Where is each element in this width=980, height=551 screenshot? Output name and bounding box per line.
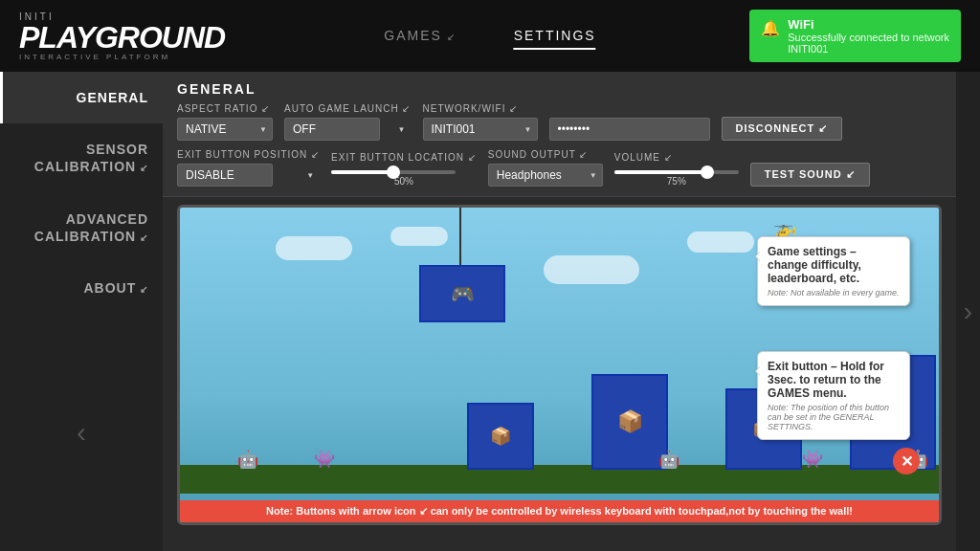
test-sound-group: TEST SOUND ↙ <box>750 148 870 187</box>
logo-area: INITI PLAYGROUND INTERACTIVE PLATFORM <box>19 11 225 61</box>
sidebar-nav-arrow: ‹ <box>77 416 86 449</box>
volume-thumb[interactable] <box>701 165 714 179</box>
wifi-badge: 🔔 WiFi Successfully connected to network… <box>749 10 961 62</box>
test-sound-button[interactable]: TEST SOUND ↙ <box>750 163 870 187</box>
exit-button-loc-group: EXIT BUTTON LOCATION ↙ 50% <box>331 152 477 187</box>
tooltip-game-settings: Game settings – change difficulty, leade… <box>757 236 910 306</box>
settings-section-title: GENERAL <box>177 81 256 97</box>
aspect-ratio-label: ASPECT RATIO ↙ <box>177 103 273 114</box>
wifi-connected-message: Successfully connected to network <box>788 32 949 43</box>
character-1: 🤖 <box>237 449 258 470</box>
password-group <box>549 103 710 141</box>
wifi-icon: 🔔 <box>761 19 780 37</box>
cloud-3 <box>544 255 639 284</box>
exit-button-loc-label: EXIT BUTTON LOCATION ↙ <box>331 152 477 163</box>
right-nav-arrow: › <box>964 297 972 327</box>
aspect-ratio-select[interactable]: NATIVE 4:3 16:9 <box>177 118 273 141</box>
nav-games[interactable]: GAMES ↙ <box>384 23 456 50</box>
game-scene: 🚁 🎮 📦 📦 📦 📦 📦 🤖 👾 🤖 👾 🤖 <box>180 208 939 522</box>
exit-button-pos-label: EXIT BUTTON POSITION ↙ <box>177 149 320 160</box>
header: INITI PLAYGROUND INTERACTIVE PLATFORM GA… <box>0 0 980 72</box>
main-layout: GENERAL SENSORCALIBRATION ↙ ADVANCEDCALI… <box>0 72 980 551</box>
nav-settings[interactable]: SETTINGS <box>514 23 596 50</box>
logo-playground: PLAYGROUND <box>19 22 225 53</box>
exit-button-pos-select-wrapper[interactable]: DISABLE TOP-LEFT TOP-RIGHT <box>177 164 320 187</box>
settings-bar: GENERAL ASPECT RATIO ↙ NATIVE 4:3 16:9 <box>163 72 956 197</box>
game-preview: 🚁 🎮 📦 📦 📦 📦 📦 🤖 👾 🤖 👾 🤖 <box>177 205 942 525</box>
hanging-crate: 🎮 <box>419 265 505 322</box>
aspect-ratio-group: ASPECT RATIO ↙ NATIVE 4:3 16:9 <box>177 103 273 141</box>
character-4: 👾 <box>802 449 823 470</box>
network-wifi-select-wrapper[interactable]: INITI001 <box>423 118 538 141</box>
logo-sub: INTERACTIVE PLATFORM <box>19 53 225 61</box>
tooltip-2-note: Note: The position of this button can be… <box>768 403 900 431</box>
sidebar: GENERAL SENSORCALIBRATION ↙ ADVANCEDCALI… <box>0 72 163 551</box>
tooltip-1-title: Game settings – change difficulty, leade… <box>768 245 900 285</box>
network-wifi-group: NETWORK/WIFI ↙ INITI001 <box>423 103 538 141</box>
note-bar: Note: Buttons with arrow icon ↙ can only… <box>180 500 939 522</box>
volume-track[interactable] <box>614 170 739 174</box>
volume-label: VOLUME ↙ <box>614 152 739 163</box>
close-button[interactable]: ✕ <box>893 448 920 474</box>
volume-slider: 75% <box>614 166 739 187</box>
network-wifi-select[interactable]: INITI001 <box>423 118 538 141</box>
cloud-2 <box>390 227 448 246</box>
auto-game-launch-select[interactable]: OFF ON <box>284 118 380 141</box>
right-nav-arrow-area: › <box>956 72 980 551</box>
tooltip-1-note: Note: Not available in every game. <box>768 288 900 298</box>
ground <box>180 465 939 494</box>
volume-group: VOLUME ↙ 75% <box>614 152 739 187</box>
content-area: GENERAL ASPECT RATIO ↙ NATIVE 4:3 16:9 <box>163 72 956 551</box>
exit-loc-thumb[interactable] <box>387 165 400 179</box>
tooltip-exit-button: Exit button – Hold for 3sec. to return t… <box>757 351 910 440</box>
wifi-network-name: INITI001 <box>788 43 949 55</box>
sound-output-select[interactable]: Headphones Speakers HDMI <box>488 164 603 187</box>
auto-game-launch-label: AUTO GAME LAUNCH ↙ <box>284 103 412 114</box>
settings-rows: ASPECT RATIO ↙ NATIVE 4:3 16:9 AUTO GAME… <box>177 102 942 187</box>
password-label <box>549 103 710 114</box>
auto-game-launch-group: AUTO GAME LAUNCH ↙ OFF ON <box>284 103 412 141</box>
tooltip-2-title: Exit button – Hold for 3sec. to return t… <box>768 360 900 400</box>
network-wifi-label: NETWORK/WIFI ↙ <box>423 103 538 114</box>
volume-fill <box>614 170 708 174</box>
cloud-4 <box>687 231 754 253</box>
exit-button-loc-slider: 50% <box>331 166 477 187</box>
sound-output-select-wrapper[interactable]: Headphones Speakers HDMI <box>488 164 603 187</box>
disconnect-group: DISCONNECT ↙ <box>722 102 843 141</box>
password-input[interactable] <box>549 118 710 141</box>
aspect-ratio-select-wrapper[interactable]: NATIVE 4:3 16:9 <box>177 118 273 141</box>
wifi-title: WiFi <box>788 17 949 32</box>
character-2: 👾 <box>314 449 335 470</box>
sidebar-item-general[interactable]: GENERAL <box>0 72 163 123</box>
crate-stack-2: 📦 <box>591 374 668 470</box>
settings-row-1: ASPECT RATIO ↙ NATIVE 4:3 16:9 AUTO GAME… <box>177 102 942 141</box>
auto-game-launch-select-wrapper[interactable]: OFF ON <box>284 118 412 141</box>
sound-output-group: SOUND OUTPUT ↙ Headphones Speakers HDMI <box>488 149 603 187</box>
sidebar-item-about[interactable]: ABOUT ↙ <box>0 262 163 314</box>
exit-button-pos-select[interactable]: DISABLE TOP-LEFT TOP-RIGHT <box>177 164 273 187</box>
wifi-text: WiFi Successfully connected to network I… <box>788 17 949 55</box>
sidebar-item-advanced-calibration[interactable]: ADVANCEDCALIBRATION ↙ <box>0 193 163 262</box>
exit-loc-track[interactable] <box>331 170 456 174</box>
crane-line <box>459 208 461 270</box>
settings-row-2: EXIT BUTTON POSITION ↙ DISABLE TOP-LEFT … <box>177 148 942 187</box>
cloud-1 <box>276 236 352 260</box>
volume-value: 75% <box>614 176 739 187</box>
exit-loc-fill <box>331 170 393 174</box>
nav-center: GAMES ↙ SETTINGS <box>384 23 595 50</box>
exit-loc-value: 50% <box>331 176 477 187</box>
sidebar-item-sensor-calibration[interactable]: SENSORCALIBRATION ↙ <box>0 123 163 192</box>
crate-stack-1: 📦 <box>467 403 534 470</box>
disconnect-button[interactable]: DISCONNECT ↙ <box>722 117 843 141</box>
character-3: 🤖 <box>658 449 679 470</box>
exit-button-pos-group: EXIT BUTTON POSITION ↙ DISABLE TOP-LEFT … <box>177 149 320 187</box>
sound-output-label: SOUND OUTPUT ↙ <box>488 149 603 160</box>
